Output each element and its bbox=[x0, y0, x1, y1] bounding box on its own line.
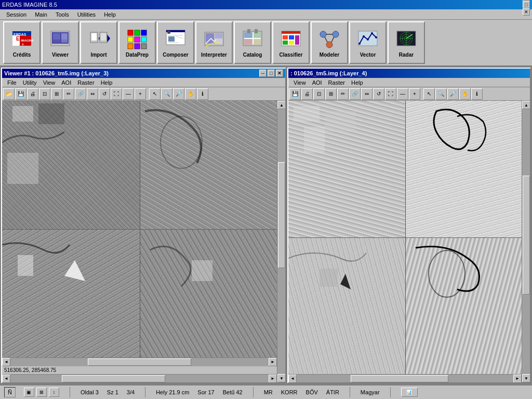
vt1-save[interactable]: 💾 bbox=[15, 88, 26, 100]
vt2-fit[interactable]: ⊡ bbox=[313, 88, 325, 100]
vt1-pencil[interactable]: ✏ bbox=[63, 88, 74, 100]
viewer1-maximize[interactable]: □ bbox=[268, 70, 275, 77]
vt2-print[interactable]: 🖨 bbox=[301, 88, 313, 100]
vt2-fullscreen[interactable]: ⛶ bbox=[385, 88, 396, 100]
close-button[interactable]: ✕ bbox=[523, 8, 530, 16]
svg-rect-12 bbox=[61, 39, 68, 43]
vt2-pan[interactable]: ✋ bbox=[459, 88, 471, 100]
composer-button[interactable]: ⬛ Composer bbox=[157, 21, 194, 64]
viewer1-scroll-right[interactable]: ► bbox=[269, 358, 277, 366]
viewer2-window: : 010626_tm5.img (:Layer_4) View AOI Ras… bbox=[287, 68, 531, 383]
status-bar: Ñ ▣ ⊠ ↕ Oldal 3 Sz 1 3/4 Hely 21.9 cm So… bbox=[0, 384, 532, 399]
viewer1-menu-view[interactable]: View bbox=[40, 79, 59, 86]
status-indicator[interactable]: 📊 bbox=[401, 388, 418, 397]
viewer1-menu-file[interactable]: File bbox=[4, 79, 20, 86]
viewer1-h2-track[interactable] bbox=[10, 375, 269, 383]
viewer2-content[interactable] bbox=[288, 101, 522, 374]
viewer1-menu-help[interactable]: Help bbox=[98, 79, 116, 86]
vt2-rotate[interactable]: ↺ bbox=[373, 88, 384, 100]
vt2-plus[interactable]: + bbox=[409, 88, 420, 100]
viewer2-menu-help[interactable]: Help bbox=[348, 79, 366, 86]
vt2-zoom-all[interactable]: ⊞ bbox=[325, 88, 337, 100]
svg-rect-35 bbox=[215, 33, 222, 38]
maximize-button[interactable]: □ bbox=[523, 1, 530, 8]
menu-tools[interactable]: Tools bbox=[51, 10, 73, 19]
viewer2-v-thumb[interactable] bbox=[523, 176, 530, 295]
vt2-minus[interactable]: — bbox=[397, 88, 408, 100]
vt1-fit[interactable]: ⊡ bbox=[39, 88, 50, 100]
vt1-info[interactable]: ℹ bbox=[197, 88, 208, 100]
viewer1-h2-thumb[interactable] bbox=[62, 375, 165, 382]
vt1-rotate[interactable]: ↺ bbox=[99, 88, 110, 100]
viewer2-scroll-down[interactable]: ▼ bbox=[522, 374, 530, 382]
vt1-minus[interactable]: — bbox=[123, 88, 134, 100]
viewer1-scroll2-left[interactable]: ◄ bbox=[2, 375, 10, 383]
viewer2-h-thumb[interactable] bbox=[351, 375, 448, 382]
menu-main[interactable]: Main bbox=[31, 10, 51, 19]
viewer1-minimize[interactable]: ─ bbox=[259, 70, 267, 77]
viewer1-menu-raster[interactable]: Raster bbox=[74, 79, 97, 86]
status-btn2[interactable]: ⊠ bbox=[36, 388, 47, 397]
viewer2-v-track[interactable] bbox=[522, 109, 530, 374]
viewer1-close[interactable]: ✕ bbox=[276, 70, 283, 77]
viewer1-menu-utility[interactable]: Utility bbox=[20, 79, 40, 86]
viewer2-menu-raster[interactable]: Raster bbox=[325, 79, 348, 86]
vt1-print[interactable]: 🖨 bbox=[27, 88, 38, 100]
viewer1-v-thumb[interactable] bbox=[278, 162, 285, 268]
vt1-pan[interactable]: ✋ bbox=[185, 88, 196, 100]
viewer2-scroll-right[interactable]: ► bbox=[513, 375, 522, 383]
nav-up[interactable]: Ñ bbox=[8, 389, 12, 395]
menu-help[interactable]: Help bbox=[100, 10, 120, 19]
viewer1-h-track[interactable] bbox=[10, 358, 269, 366]
viewer1-scroll-up[interactable]: ▲ bbox=[277, 101, 285, 109]
vt1-zoom-out[interactable]: 🔎 bbox=[173, 88, 184, 100]
viewer1-h-thumb[interactable] bbox=[88, 358, 191, 366]
vt2-cursor[interactable]: ↖ bbox=[423, 88, 435, 100]
crosshair-h1 bbox=[2, 229, 277, 230]
import-button[interactable]: Import bbox=[80, 21, 117, 64]
interpreter-button[interactable]: Interpreter bbox=[195, 21, 233, 64]
vt2-swipe[interactable]: ⇔ bbox=[361, 88, 373, 100]
vt1-open[interactable]: 📂 bbox=[3, 88, 15, 100]
menu-utilities[interactable]: Utilities bbox=[73, 10, 100, 19]
vt1-plus[interactable]: + bbox=[135, 88, 146, 100]
credits-button[interactable]: E ERDAS IMAGINE ® Crédits bbox=[3, 21, 41, 64]
vt1-link[interactable]: 🔗 bbox=[75, 88, 86, 100]
vt1-zoom-all[interactable]: ⊞ bbox=[51, 88, 62, 100]
viewer-button[interactable]: Viewer bbox=[42, 21, 79, 64]
viewer2-h-track[interactable] bbox=[297, 375, 513, 383]
viewer1-content[interactable] bbox=[2, 101, 277, 357]
vector-button[interactable]: Vector bbox=[349, 21, 387, 64]
classifier-button[interactable]: Classifier bbox=[272, 21, 310, 64]
vt2-zoom-out[interactable]: 🔎 bbox=[447, 88, 459, 100]
vt2-link[interactable]: 🔗 bbox=[349, 88, 361, 100]
catalog-button[interactable]: Catalog bbox=[234, 21, 271, 64]
viewer1-scroll2-right[interactable]: ► bbox=[269, 375, 277, 383]
viewer1-menu-aoi[interactable]: AOI bbox=[58, 79, 74, 86]
svg-point-62 bbox=[371, 32, 373, 34]
menu-session[interactable]: Session bbox=[2, 10, 31, 19]
vt2-save[interactable]: 💾 bbox=[289, 88, 301, 100]
viewer2-scroll-left[interactable]: ◄ bbox=[288, 375, 297, 383]
viewer2-menu-aoi[interactable]: AOI bbox=[309, 79, 325, 86]
modeler-button[interactable]: Modeler bbox=[311, 21, 348, 64]
viewer1-scroll-left[interactable]: ◄ bbox=[2, 358, 10, 366]
viewer2-title: : 010626_tm5.img (:Layer_4) bbox=[290, 70, 367, 76]
viewer1-window: Viewer #1 : 010626_tm5.img (:Layer_3) ─ … bbox=[1, 68, 286, 383]
vt2-info[interactable]: ℹ bbox=[471, 88, 483, 100]
dataprep-button[interactable]: DataPrep bbox=[118, 21, 156, 64]
vt2-pencil[interactable]: ✏ bbox=[337, 88, 349, 100]
viewer1-v-track[interactable] bbox=[277, 109, 285, 374]
viewer1-scroll-down[interactable]: ▼ bbox=[277, 374, 285, 382]
vt1-swipe[interactable]: ⇔ bbox=[87, 88, 98, 100]
radar-button[interactable]: Radar bbox=[388, 21, 425, 64]
vt1-fullscreen[interactable]: ⛶ bbox=[111, 88, 122, 100]
svg-point-74 bbox=[161, 116, 202, 168]
status-btn1[interactable]: ▣ bbox=[24, 388, 34, 397]
viewer2-scroll-up[interactable]: ▲ bbox=[522, 101, 530, 109]
status-btn3[interactable]: ↕ bbox=[49, 388, 59, 397]
vt1-cursor[interactable]: ↖ bbox=[149, 88, 161, 100]
vt1-zoom-in[interactable]: 🔍 bbox=[161, 88, 172, 100]
viewer2-menu-view[interactable]: View bbox=[290, 79, 309, 86]
vt2-zoom-in[interactable]: 🔍 bbox=[435, 88, 447, 100]
